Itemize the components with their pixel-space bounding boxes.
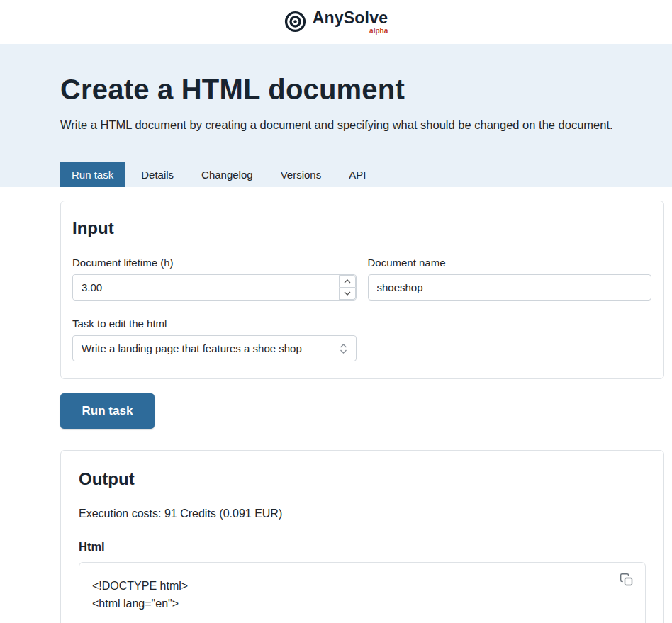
code-line: <html lang="en"> xyxy=(92,595,632,612)
copy-icon xyxy=(620,573,634,587)
brand-name: AnySolve xyxy=(313,9,388,26)
html-output-label: Html xyxy=(79,540,646,554)
task-select[interactable]: Write a landing page that features a sho… xyxy=(72,335,357,361)
html-output-box: <!DOCTYPE html> <html lang="en"> xyxy=(79,562,646,623)
code-line: <!DOCTYPE html> xyxy=(92,577,632,595)
tab-run-task[interactable]: Run task xyxy=(60,162,125,187)
spin-down-button[interactable] xyxy=(339,288,356,300)
input-card-title: Input xyxy=(72,218,651,238)
tab-api[interactable]: API xyxy=(337,162,377,187)
spin-up-button[interactable] xyxy=(339,275,356,288)
brand-text-wrap: AnySolve alpha xyxy=(313,9,388,34)
chevron-up-icon xyxy=(344,279,351,284)
app-header: AnySolve alpha xyxy=(0,0,672,44)
document-lifetime-label: Document lifetime (h) xyxy=(72,257,357,269)
tab-details[interactable]: Details xyxy=(130,162,185,187)
hero-section: Create a HTML document Write a HTML docu… xyxy=(0,44,672,187)
document-lifetime-number-wrap xyxy=(72,274,357,301)
page-title: Create a HTML document xyxy=(60,74,672,106)
task-select-value: Write a landing page that features a sho… xyxy=(82,342,302,354)
run-task-button[interactable]: Run task xyxy=(60,393,155,429)
document-lifetime-input[interactable] xyxy=(73,275,356,300)
output-card: Output Execution costs: 91 Credits (0.09… xyxy=(60,450,664,623)
field-task: Task to edit the html Write a landing pa… xyxy=(72,318,357,361)
input-form: Document lifetime (h) xyxy=(72,257,651,361)
chevron-down-icon xyxy=(344,291,351,296)
output-card-title: Output xyxy=(79,469,646,489)
execution-costs: Execution costs: 91 Credits (0.091 EUR) xyxy=(79,507,646,520)
tab-bar: Run task Details Changelog Versions API xyxy=(60,162,672,187)
field-document-lifetime: Document lifetime (h) xyxy=(72,257,357,301)
brand[interactable]: AnySolve alpha xyxy=(284,9,388,34)
number-spinner xyxy=(339,275,356,300)
document-name-input[interactable] xyxy=(368,274,652,301)
document-name-label: Document name xyxy=(368,257,652,269)
tab-versions[interactable]: Versions xyxy=(269,162,333,187)
page-subtitle: Write a HTML document by creating a docu… xyxy=(60,118,672,132)
chevron-up-down-icon xyxy=(340,343,347,354)
alpha-badge: alpha xyxy=(369,28,388,35)
tab-changelog[interactable]: Changelog xyxy=(190,162,264,187)
task-label: Task to edit the html xyxy=(72,318,357,330)
copy-button[interactable] xyxy=(618,571,635,590)
input-card: Input Document lifetime (h) xyxy=(60,201,664,379)
field-document-name: Document name xyxy=(368,257,652,301)
anysolve-logo-icon xyxy=(284,11,306,33)
